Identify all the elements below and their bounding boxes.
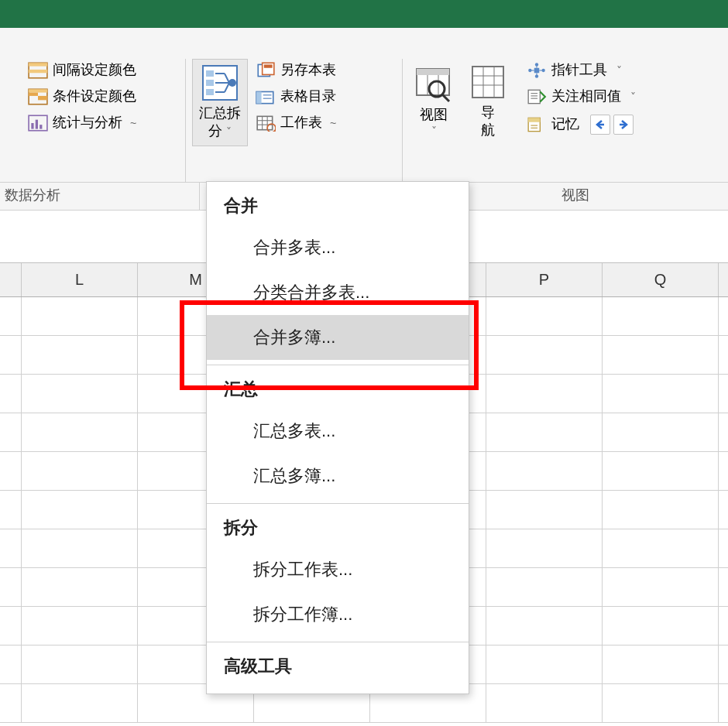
group-label-data-analysis: 数据分析 bbox=[0, 183, 200, 210]
svg-rect-55 bbox=[528, 118, 540, 122]
menu-item-category-merge-sheets[interactable]: 分类合并多表... bbox=[207, 270, 469, 315]
chevron-down-icon: ˅ bbox=[226, 125, 232, 138]
worksheet-button[interactable]: 工作表 ~ bbox=[251, 111, 341, 135]
summary-split-label-2: 分 bbox=[208, 123, 222, 139]
col-header-blank[interactable] bbox=[0, 263, 22, 296]
stats-analysis-button[interactable]: 统计与分析 ~ bbox=[23, 111, 179, 135]
svg-rect-36 bbox=[472, 67, 503, 98]
ribbon-group-summary: 汇总拆 分 ˅ 另存本表 表格目录 bbox=[186, 59, 403, 182]
chevron-down-icon: ˅ bbox=[431, 124, 437, 138]
memory-label: 记忆 bbox=[551, 116, 579, 133]
save-as-sheet-label: 另存本表 bbox=[280, 62, 336, 79]
svg-rect-13 bbox=[206, 80, 214, 86]
summary-split-button[interactable]: 汇总拆 分 ˅ bbox=[192, 59, 248, 146]
nav-button[interactable]: 导 航 bbox=[463, 59, 513, 145]
interval-color-icon bbox=[28, 62, 48, 79]
menu-item-split-worksheet[interactable]: 拆分工作表... bbox=[207, 547, 469, 592]
table-of-contents-icon bbox=[256, 88, 276, 105]
menu-separator bbox=[207, 365, 469, 365]
svg-rect-50 bbox=[528, 90, 540, 103]
nav-label-2: 航 bbox=[481, 122, 495, 139]
col-header-R[interactable]: R bbox=[719, 263, 728, 296]
svg-rect-31 bbox=[417, 69, 449, 75]
pointer-tool-button[interactable]: 指针工具 ˅ bbox=[522, 59, 640, 82]
chevron-down-icon: ~ bbox=[330, 117, 336, 130]
pointer-tool-icon bbox=[527, 62, 547, 79]
focus-same-label: 关注相同值 bbox=[551, 88, 621, 105]
condition-color-icon bbox=[28, 88, 48, 105]
summary-split-dropdown: 合并 合并多表... 分类合并多表... 合并多簿... 汇总 汇总多表... … bbox=[206, 181, 469, 694]
ribbon: 间隔设定颜色 条件设定颜色 统计与分析 ~ bbox=[0, 28, 728, 183]
menu-item-merge-workbooks[interactable]: 合并多簿... bbox=[207, 315, 469, 360]
stats-analysis-icon bbox=[28, 115, 48, 132]
svg-point-15 bbox=[228, 79, 236, 87]
col-header-L[interactable]: L bbox=[22, 263, 138, 296]
svg-rect-14 bbox=[206, 89, 214, 95]
pointer-tool-label: 指针工具 bbox=[551, 62, 607, 79]
memory-prev-button[interactable] bbox=[590, 115, 610, 135]
save-as-sheet-button[interactable]: 另存本表 bbox=[251, 59, 341, 82]
focus-same-button[interactable]: 关注相同值 ˅ bbox=[522, 85, 640, 108]
menu-separator bbox=[207, 642, 469, 642]
nav-label-1: 导 bbox=[481, 104, 495, 122]
summary-split-label-1: 汇总拆 bbox=[199, 104, 241, 122]
menu-item-summary-workbooks[interactable]: 汇总多簿... bbox=[207, 454, 469, 498]
view-button[interactable]: 视图 ˅ bbox=[409, 59, 458, 145]
svg-rect-23 bbox=[257, 116, 273, 129]
svg-rect-2 bbox=[29, 70, 47, 73]
svg-rect-1 bbox=[29, 63, 47, 66]
memory-button[interactable]: 记忆 bbox=[522, 111, 640, 138]
svg-rect-4 bbox=[29, 89, 47, 92]
stats-analysis-label: 统计与分析 bbox=[53, 115, 122, 132]
menu-section-summary: 汇总 bbox=[207, 370, 469, 409]
save-as-sheet-icon bbox=[256, 62, 276, 79]
ribbon-group-data-analysis: 间隔设定颜色 条件设定颜色 统计与分析 ~ bbox=[0, 59, 186, 182]
ribbon-group-view: 视图 ˅ 导 航 指针工具 ˅ bbox=[403, 59, 728, 182]
table-of-contents-label: 表格目录 bbox=[280, 88, 336, 105]
condition-color-button[interactable]: 条件设定颜色 bbox=[23, 85, 179, 108]
svg-rect-5 bbox=[29, 93, 38, 96]
menu-item-summary-sheets[interactable]: 汇总多表... bbox=[207, 409, 469, 454]
summary-split-icon bbox=[201, 64, 239, 101]
svg-rect-8 bbox=[31, 123, 33, 129]
view-label: 视图 bbox=[420, 106, 448, 124]
col-header-P[interactable]: P bbox=[486, 263, 603, 296]
worksheet-icon bbox=[256, 115, 276, 132]
menu-section-split: 拆分 bbox=[207, 509, 469, 547]
col-header-Q[interactable]: Q bbox=[603, 263, 719, 296]
title-bar bbox=[0, 0, 728, 28]
view-icon bbox=[415, 66, 452, 103]
svg-rect-18 bbox=[264, 64, 273, 67]
svg-rect-10 bbox=[39, 125, 42, 128]
memory-icon bbox=[527, 116, 547, 133]
memory-next-button[interactable] bbox=[613, 115, 634, 135]
interval-color-label: 间隔设定颜色 bbox=[53, 62, 136, 79]
nav-icon bbox=[469, 63, 507, 101]
menu-item-merge-sheets[interactable]: 合并多表... bbox=[207, 225, 469, 270]
worksheet-label: 工作表 bbox=[280, 115, 322, 132]
svg-rect-45 bbox=[534, 68, 540, 74]
menu-section-advanced: 高级工具 bbox=[207, 647, 469, 686]
table-of-contents-button[interactable]: 表格目录 bbox=[251, 85, 341, 108]
svg-rect-6 bbox=[38, 96, 47, 100]
interval-color-button[interactable]: 间隔设定颜色 bbox=[23, 59, 179, 82]
svg-rect-20 bbox=[256, 92, 262, 104]
chevron-down-icon: ˅ bbox=[630, 91, 636, 104]
condition-color-label: 条件设定颜色 bbox=[53, 88, 136, 105]
svg-rect-12 bbox=[206, 70, 214, 77]
menu-separator bbox=[207, 503, 469, 504]
chevron-down-icon: ˅ bbox=[616, 64, 622, 77]
focus-same-icon bbox=[527, 88, 547, 105]
menu-section-merge: 合并 bbox=[207, 182, 469, 225]
menu-item-split-workbook[interactable]: 拆分工作簿... bbox=[207, 592, 469, 637]
svg-rect-9 bbox=[36, 120, 38, 129]
chevron-down-icon: ~ bbox=[130, 117, 136, 130]
